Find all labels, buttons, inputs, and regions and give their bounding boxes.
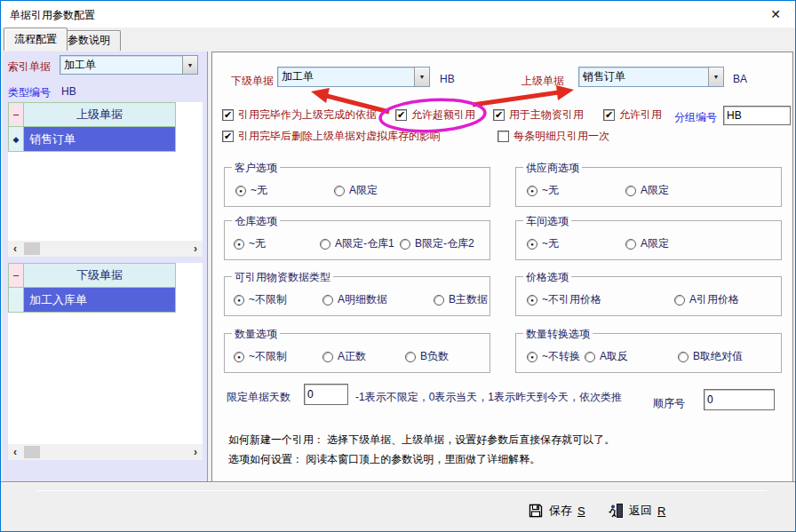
grid-corner-cell[interactable]: − bbox=[8, 263, 24, 288]
dropdown-arrow-icon[interactable]: ▼ bbox=[708, 67, 723, 86]
radio-price-ref[interactable]: A引用价格 bbox=[674, 292, 739, 307]
seq-input[interactable] bbox=[704, 389, 775, 410]
save-label: 保存 bbox=[549, 503, 572, 519]
scroll-right-button[interactable]: › bbox=[188, 241, 203, 257]
group-title: 客户选项 bbox=[232, 161, 280, 176]
index-doc-combo[interactable]: 加工单 ▼ bbox=[60, 55, 198, 75]
return-label: 返回 bbox=[629, 503, 652, 519]
radio-convert-negate[interactable]: A取反 bbox=[585, 349, 628, 364]
radio-circle bbox=[322, 295, 333, 306]
lower-doc-grid: − 下级单据 加工入库单 ‹ › bbox=[8, 263, 203, 460]
checkbox-box: ✔ bbox=[222, 131, 234, 142]
radio-customer-none[interactable]: ●~无 bbox=[235, 183, 267, 198]
help-line-2: 选项如何设置： 阅读本窗口顶上的参数说明，里面做了详细解释。 bbox=[228, 452, 540, 467]
upper-doc-select-label: 上级单据 bbox=[521, 74, 564, 89]
titlebar: 单据引用参数配置 ✕ bbox=[1, 1, 795, 28]
scroll-left-button[interactable]: ‹ bbox=[8, 241, 22, 257]
checkbox-allow-reference[interactable]: ✔ 允许引用 bbox=[603, 107, 662, 123]
scroll-left-button[interactable]: ‹ bbox=[8, 444, 22, 460]
group-material-type: 可引用物资数据类型 ●~不限制 A明细数据 B主数据 bbox=[224, 276, 490, 316]
group-title: 供应商选项 bbox=[523, 161, 582, 176]
radio-circle: ● bbox=[234, 352, 244, 362]
radio-circle bbox=[400, 239, 410, 250]
group-workshop: 车间选项 ●~无 A限定 bbox=[515, 220, 782, 260]
checkbox-box: ✔ bbox=[493, 109, 505, 121]
checkbox-detail-once[interactable]: 每条明细只引用一次 bbox=[498, 129, 609, 144]
checkbox-box: ✔ bbox=[395, 109, 407, 121]
radio-circle: ● bbox=[527, 186, 537, 196]
save-button[interactable]: 保存S bbox=[524, 499, 589, 522]
tab-flow-config[interactable]: 流程配置 bbox=[4, 28, 68, 51]
dropdown-arrow-icon[interactable]: ▼ bbox=[414, 67, 429, 86]
radio-warehouse-none[interactable]: ●~无 bbox=[234, 236, 266, 251]
checkbox-box: ✔ bbox=[603, 109, 615, 121]
radio-circle: ● bbox=[527, 352, 537, 362]
checkbox-box bbox=[498, 131, 509, 142]
radio-circle bbox=[674, 295, 685, 306]
radio-circle: ● bbox=[527, 295, 537, 306]
scroll-thumb[interactable] bbox=[24, 242, 40, 255]
grid-header-upper-doc: 上级单据 bbox=[23, 102, 176, 127]
dropdown-arrow-icon[interactable]: ▼ bbox=[182, 56, 197, 74]
radio-warehouse-1[interactable]: A限定-仓库1 bbox=[320, 236, 394, 251]
radio-qty-unlimited[interactable]: ●~不限制 bbox=[234, 349, 287, 364]
group-title: 数量转换选项 bbox=[523, 327, 593, 342]
group-quantity: 数量选项 ●~不限制 A正数 B负数 bbox=[224, 333, 490, 373]
upper-doc-select-combo[interactable]: 销售订单 ▼ bbox=[578, 67, 724, 87]
lower-doc-select-label: 下级单据 bbox=[231, 74, 274, 89]
radio-qty-negative[interactable]: B负数 bbox=[405, 349, 449, 364]
radio-circle bbox=[678, 352, 689, 362]
window: 单据引用参数配置 ✕ 流程配置 参数说明 索引单据 加工单 ▼ 类型编号 HB … bbox=[0, 0, 796, 532]
upper-doc-select-value: 销售订单 bbox=[579, 69, 708, 84]
index-doc-value: 加工单 bbox=[60, 58, 182, 73]
radio-circle bbox=[434, 295, 444, 306]
days-hint: -1表示不限定，0表示当天，1表示昨天到今天，依次类推 bbox=[355, 390, 622, 405]
radio-convert-abs[interactable]: B取绝对值 bbox=[678, 349, 743, 364]
radio-material-master[interactable]: B主数据 bbox=[434, 292, 488, 307]
radio-material-unlimited[interactable]: ●~不限制 bbox=[234, 292, 287, 307]
checkbox-allow-excess[interactable]: ✔ 允许超额引用 bbox=[395, 107, 475, 123]
flow-config-panel: 下级单据 加工单 ▼ HB 上级单据 销售订单 ▼ BA ✔ 引用完毕作为上级完… bbox=[211, 52, 793, 483]
radio-supplier-none[interactable]: ●~无 bbox=[527, 183, 559, 198]
grid-header-lower-doc: 下级单据 bbox=[23, 263, 176, 288]
return-button[interactable]: 返回R bbox=[604, 499, 669, 522]
scroll-right-button[interactable]: › bbox=[188, 444, 203, 460]
close-icon: ✕ bbox=[770, 7, 781, 21]
radio-workshop-limited[interactable]: A限定 bbox=[625, 236, 669, 251]
radio-price-none[interactable]: ●~不引用价格 bbox=[527, 292, 601, 307]
radio-workshop-none[interactable]: ●~无 bbox=[527, 236, 559, 251]
radio-warehouse-2[interactable]: B限定-仓库2 bbox=[400, 236, 474, 251]
group-title: 仓库选项 bbox=[232, 214, 280, 229]
days-input[interactable] bbox=[304, 384, 348, 405]
checkbox-main-material[interactable]: ✔ 用于主物资引用 bbox=[493, 107, 584, 123]
radio-customer-limited[interactable]: A限定 bbox=[334, 183, 378, 198]
grid-row-process-inbound[interactable]: 加工入库单 bbox=[23, 287, 176, 313]
days-label: 限定单据天数 bbox=[227, 390, 291, 405]
radio-circle bbox=[334, 186, 345, 196]
close-button[interactable]: ✕ bbox=[765, 4, 786, 24]
left-panel: 索引单据 加工单 ▼ 类型编号 HB − 上级单据 ◆ 销售订单 ‹ › − 下… bbox=[3, 52, 208, 481]
index-doc-label: 索引单据 bbox=[8, 60, 51, 75]
checkbox-complete-basis[interactable]: ✔ 引用完毕作为上级完成的依据 bbox=[222, 107, 377, 123]
group-customer: 客户选项 ●~无 A限定 bbox=[224, 167, 490, 207]
return-accesskey: R bbox=[657, 504, 665, 518]
scroll-thumb[interactable] bbox=[24, 446, 40, 458]
radio-circle bbox=[625, 239, 636, 250]
radio-qty-positive[interactable]: A正数 bbox=[322, 349, 366, 364]
seq-label: 顺序号 bbox=[653, 396, 685, 411]
lower-doc-select-value: 加工单 bbox=[278, 69, 414, 84]
radio-material-detail[interactable]: A明细数据 bbox=[322, 292, 387, 307]
grid-row-sales-order[interactable]: 销售订单 bbox=[23, 126, 176, 152]
radio-supplier-limited[interactable]: A限定 bbox=[625, 183, 669, 198]
radio-circle: ● bbox=[234, 239, 244, 250]
group-code-input[interactable] bbox=[723, 106, 791, 125]
radio-circle: ● bbox=[527, 239, 537, 250]
lower-doc-select-combo[interactable]: 加工单 ▼ bbox=[277, 67, 430, 87]
h-scrollbar[interactable]: ‹ › bbox=[8, 241, 203, 257]
radio-convert-none[interactable]: ●~不转换 bbox=[527, 349, 580, 364]
grid-corner-cell[interactable]: − bbox=[8, 102, 24, 127]
upper-doc-grid: − 上级单据 ◆ 销售订单 ‹ › bbox=[8, 102, 203, 257]
h-scrollbar[interactable]: ‹ › bbox=[8, 444, 203, 460]
checkbox-delete-virtual-stock[interactable]: ✔ 引用完毕后删除上级单据对虚拟库存的影响 bbox=[222, 129, 441, 144]
row-marker-cell bbox=[8, 287, 24, 313]
